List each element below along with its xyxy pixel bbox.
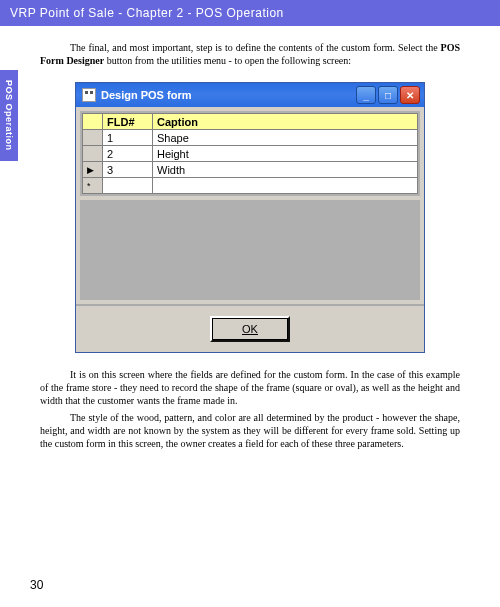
row-selector-new: * [83, 178, 103, 194]
minimize-button[interactable]: _ [356, 86, 376, 104]
ok-label-rest: K [251, 323, 258, 335]
intro-text-after: button from the utilities menu - to open… [104, 55, 351, 66]
window-title: Design POS form [101, 89, 191, 101]
caption-cell[interactable]: Shape [153, 130, 418, 146]
page-number: 30 [30, 578, 43, 592]
maximize-button[interactable]: □ [378, 86, 398, 104]
fld-cell[interactable]: 1 [103, 130, 153, 146]
caption-cell-empty[interactable] [153, 178, 418, 194]
design-pos-form-window: Design POS form _ □ ✕ FLD# Caption [75, 82, 425, 353]
grid-area: FLD# Caption 1 Shape 2 Height ▶ [80, 111, 420, 196]
table-row[interactable]: 2 Height [83, 146, 418, 162]
ok-button[interactable]: OK [210, 316, 290, 342]
button-panel: OK [76, 304, 424, 352]
window-icon [82, 88, 96, 102]
row-selector [83, 130, 103, 146]
row-selector [83, 146, 103, 162]
paragraph-2: It is on this screen where the fields ar… [40, 368, 460, 407]
close-button[interactable]: ✕ [400, 86, 420, 104]
fld-column-header: FLD# [103, 114, 153, 130]
caption-column-header: Caption [153, 114, 418, 130]
fld-cell[interactable]: 2 [103, 146, 153, 162]
caption-cell[interactable]: Width [153, 162, 418, 178]
fld-cell[interactable]: 3 [103, 162, 153, 178]
chapter-header: VRP Point of Sale - Chapter 2 - POS Oper… [0, 0, 500, 26]
intro-text-before: The final, and most important, step is t… [70, 42, 441, 53]
table-row-new[interactable]: * [83, 178, 418, 194]
window-titlebar: Design POS form _ □ ✕ [76, 83, 424, 107]
grid-empty-space [80, 200, 420, 300]
row-selector-current: ▶ [83, 162, 103, 178]
fld-cell-empty[interactable] [103, 178, 153, 194]
table-row[interactable]: ▶ 3 Width [83, 162, 418, 178]
corner-header [83, 114, 103, 130]
intro-paragraph: The final, and most important, step is t… [40, 41, 460, 67]
side-tab-pos-operation: POS Operation [0, 70, 18, 161]
paragraph-3: The style of the wood, pattern, and colo… [40, 411, 460, 450]
caption-cell[interactable]: Height [153, 146, 418, 162]
table-row[interactable]: 1 Shape [83, 130, 418, 146]
fields-table[interactable]: FLD# Caption 1 Shape 2 Height ▶ [82, 113, 418, 194]
